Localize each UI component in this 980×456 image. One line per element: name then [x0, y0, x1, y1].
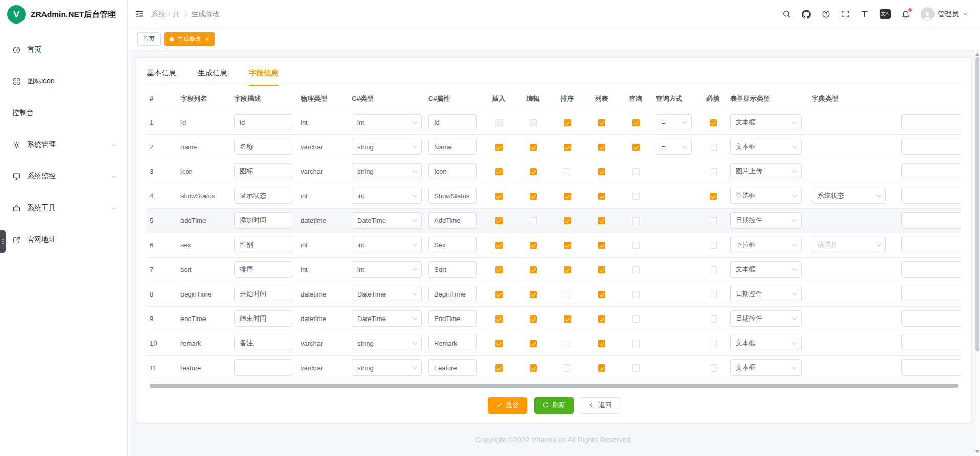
html-type-select[interactable]: 文本框 [730, 335, 802, 351]
insert-checkbox[interactable] [495, 242, 503, 249]
field-desc-input[interactable] [234, 139, 292, 155]
extra-input[interactable] [901, 212, 961, 229]
required-checkbox[interactable] [710, 168, 717, 175]
field-desc-input[interactable] [234, 335, 292, 351]
query-checkbox[interactable] [632, 242, 640, 249]
insert-checkbox[interactable] [495, 168, 503, 175]
insert-checkbox[interactable] [495, 315, 503, 323]
html-type-select[interactable]: 文本框 [730, 261, 802, 278]
sidebar-item-system-tools[interactable]: 系统工具 [0, 192, 127, 224]
list-checkbox[interactable] [598, 217, 605, 224]
refresh-button[interactable]: 刷新 [534, 397, 574, 414]
cs-type-select[interactable]: DateTime [352, 310, 422, 327]
required-checkbox[interactable] [710, 217, 717, 224]
insert-checkbox[interactable] [495, 364, 503, 372]
edit-checkbox[interactable] [530, 340, 537, 347]
html-type-select[interactable]: 单选框 [730, 188, 802, 204]
sort-checkbox[interactable] [564, 291, 571, 298]
tab-home[interactable]: 首页 [137, 32, 161, 46]
cs-attr-input[interactable] [428, 335, 477, 351]
cs-type-select[interactable]: int [352, 261, 422, 278]
user-menu[interactable]: 管理员 [921, 7, 969, 21]
required-checkbox[interactable] [710, 144, 717, 151]
query-checkbox[interactable] [632, 217, 640, 224]
field-desc-input[interactable] [234, 261, 292, 278]
list-checkbox[interactable] [598, 119, 605, 126]
cs-attr-input[interactable] [428, 359, 477, 376]
cs-type-select[interactable]: DateTime [352, 286, 422, 302]
insert-checkbox[interactable] [495, 217, 503, 224]
html-type-select[interactable]: 文本框 [730, 359, 802, 376]
list-checkbox[interactable] [598, 315, 605, 323]
app-logo[interactable]: V ZRAdmin.NET后台管理 [0, 0, 127, 29]
insert-checkbox[interactable] [495, 266, 503, 273]
tab-gen-info[interactable]: 生成信息 [198, 61, 227, 85]
cs-type-select[interactable]: string [352, 139, 422, 155]
query-checkbox[interactable] [632, 364, 640, 372]
sort-checkbox[interactable] [564, 242, 571, 249]
sort-checkbox[interactable] [564, 364, 571, 372]
field-desc-input[interactable] [234, 286, 292, 302]
close-tab-icon[interactable]: × [205, 36, 209, 42]
edit-checkbox[interactable] [530, 144, 537, 151]
list-checkbox[interactable] [598, 364, 605, 372]
sidebar-item-icons[interactable]: 图标icon [0, 65, 127, 97]
edit-checkbox[interactable] [530, 315, 537, 323]
github-icon[interactable] [802, 10, 811, 19]
sidebar-item-home[interactable]: 首页 [0, 34, 127, 65]
horizontal-scrollbar[interactable] [150, 384, 959, 388]
list-checkbox[interactable] [598, 340, 605, 347]
scrollbar-thumb[interactable] [975, 57, 979, 351]
required-checkbox[interactable] [710, 315, 717, 323]
scroll-down-arrow-icon[interactable] [975, 450, 979, 453]
cs-type-select[interactable]: string [352, 163, 422, 179]
extra-input[interactable] [901, 286, 961, 302]
extra-input[interactable] [901, 359, 961, 376]
sort-checkbox[interactable] [564, 340, 571, 347]
help-icon[interactable] [822, 10, 830, 18]
field-desc-input[interactable] [234, 310, 292, 327]
cs-type-select[interactable]: int [352, 237, 422, 253]
dict-type-select[interactable]: 请选择 [812, 237, 886, 253]
query-type-select[interactable]: = [656, 114, 692, 130]
extra-input[interactable] [901, 188, 961, 204]
search-icon[interactable] [782, 10, 791, 18]
list-checkbox[interactable] [598, 291, 605, 298]
sort-checkbox[interactable] [564, 217, 571, 224]
breadcrumb-item-system-tools[interactable]: 系统工具 [151, 10, 180, 19]
edit-checkbox[interactable] [530, 291, 537, 298]
edit-checkbox[interactable] [530, 364, 537, 372]
edit-checkbox[interactable] [530, 168, 537, 175]
list-checkbox[interactable] [598, 168, 605, 175]
tab-generate-edit[interactable]: 生成修改 × [164, 32, 215, 46]
extra-input[interactable] [901, 139, 961, 155]
html-type-select[interactable]: 文本框 [730, 139, 802, 155]
required-checkbox[interactable] [710, 340, 717, 347]
cs-attr-input[interactable] [428, 261, 477, 278]
field-desc-input[interactable] [234, 188, 292, 204]
cs-type-select[interactable]: DateTime [352, 212, 422, 229]
cs-type-select[interactable]: string [352, 335, 422, 351]
tab-basic-info[interactable]: 基本信息 [147, 61, 176, 85]
required-checkbox[interactable] [710, 119, 717, 126]
query-checkbox[interactable] [632, 291, 640, 298]
required-checkbox[interactable] [710, 242, 717, 249]
field-desc-input[interactable] [234, 163, 292, 179]
html-type-select[interactable]: 日期控件 [730, 310, 802, 327]
sort-checkbox[interactable] [564, 168, 571, 175]
fullscreen-icon[interactable] [841, 10, 850, 18]
list-checkbox[interactable] [598, 242, 605, 249]
cs-type-select[interactable]: int [352, 114, 422, 130]
field-desc-input[interactable] [234, 212, 292, 229]
sort-checkbox[interactable] [564, 266, 571, 273]
required-checkbox[interactable] [710, 193, 717, 200]
html-type-select[interactable]: 日期控件 [730, 212, 802, 229]
extra-input[interactable] [901, 310, 961, 327]
query-checkbox[interactable] [632, 119, 640, 126]
edit-checkbox[interactable] [530, 193, 537, 200]
query-checkbox[interactable] [632, 193, 640, 200]
dict-type-select[interactable]: 系统状态 [812, 188, 886, 204]
back-button[interactable]: 返回 [581, 397, 620, 414]
field-desc-input[interactable] [234, 114, 292, 130]
sidebar-fold-icon[interactable] [135, 10, 144, 19]
